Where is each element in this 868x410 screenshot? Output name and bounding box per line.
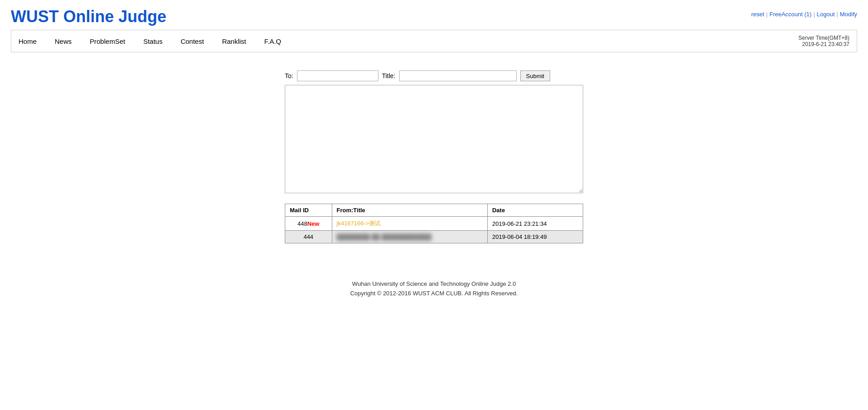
- nav-status[interactable]: Status: [143, 37, 163, 45]
- server-time-value: 2019-6-21 23:40:37: [798, 41, 849, 47]
- compose-body[interactable]: [285, 85, 583, 193]
- reset-link[interactable]: reset: [751, 11, 764, 18]
- account-link[interactable]: FreeAccount (1): [769, 11, 811, 18]
- nav-contest[interactable]: Contest: [180, 37, 204, 45]
- to-label: To:: [285, 72, 293, 79]
- submit-button[interactable]: Submit: [520, 70, 550, 81]
- mail-id-cell: 448New: [285, 217, 332, 231]
- footer-line1: Wuhan University of Science and Technolo…: [0, 280, 868, 289]
- mail-link[interactable]: jk4167166->测试: [337, 220, 381, 227]
- nav-links: Home News ProblemSet Status Contest Rank…: [19, 37, 281, 45]
- title-input[interactable]: [399, 70, 517, 81]
- table-row: 444 ████████ ██ ████████████ 2019-06-04 …: [285, 231, 583, 243]
- modify-link[interactable]: Modify: [840, 11, 857, 18]
- blurred-content: ████████ ██ ████████████: [337, 233, 432, 240]
- nav-bar: Home News ProblemSet Status Contest Rank…: [11, 30, 857, 52]
- mail-table: Mail ID From:Title Date 448New jk4167166…: [285, 204, 583, 243]
- site-title[interactable]: WUST Online Judge: [11, 7, 166, 26]
- nav-news[interactable]: News: [55, 37, 72, 45]
- date-cell: 2019-06-21 23:21:34: [487, 217, 583, 231]
- site-footer: Wuhan University of Science and Technolo…: [0, 280, 868, 308]
- mail-table-body: 448New jk4167166->测试 2019-06-21 23:21:34…: [285, 217, 583, 243]
- mail-table-head: Mail ID From:Title Date: [285, 204, 583, 217]
- col-date: Date: [487, 204, 583, 217]
- title-label: Title:: [382, 72, 396, 79]
- footer-line2: Copyright © 2012-2016 WUST ACM CLUB. All…: [0, 289, 868, 298]
- nav-faq[interactable]: F.A.Q: [264, 37, 282, 45]
- col-from-title: From:Title: [332, 204, 487, 217]
- nav-problemset[interactable]: ProblemSet: [90, 37, 125, 45]
- new-badge: New: [307, 220, 320, 227]
- server-time-label: Server Time(GMT+8): [798, 35, 849, 41]
- logout-link[interactable]: Logout: [817, 11, 835, 18]
- nav-ranklist[interactable]: Ranklist: [222, 37, 246, 45]
- server-time: Server Time(GMT+8) 2019-6-21 23:40:37: [798, 35, 849, 47]
- main-content: To: Title: Submit Mail ID From:Title Dat…: [0, 52, 868, 252]
- compose-form: To: Title: Submit: [285, 70, 583, 195]
- table-row: 448New jk4167166->测试 2019-06-21 23:21:34: [285, 217, 583, 231]
- header-right: reset | FreeAccount (1) | Logout | Modif…: [751, 7, 857, 18]
- from-title-cell: jk4167166->测试: [332, 217, 487, 231]
- to-input[interactable]: [297, 70, 378, 81]
- from-title-cell: ████████ ██ ████████████: [332, 231, 487, 243]
- date-cell: 2019-06-04 18:19:49: [487, 231, 583, 243]
- nav-home[interactable]: Home: [19, 37, 37, 45]
- mail-id-cell: 444: [285, 231, 332, 243]
- compose-row-header: To: Title: Submit: [285, 70, 583, 81]
- site-header: WUST Online Judge reset | FreeAccount (1…: [0, 0, 868, 30]
- col-mail-id: Mail ID: [285, 204, 332, 217]
